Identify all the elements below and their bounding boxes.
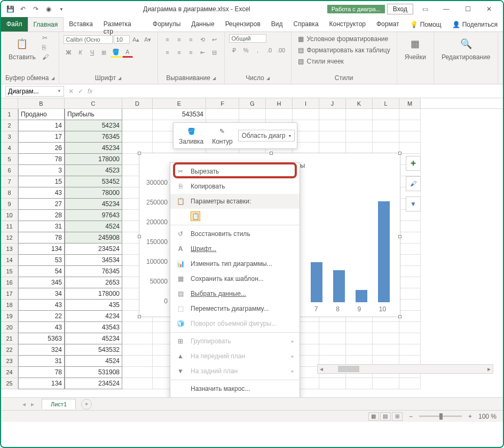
row-header[interactable]: 16	[1, 277, 18, 288]
ctx-change-chart-type[interactable]: 📊Изменить тип диаграммы...	[170, 256, 300, 271]
chart-elements-button[interactable]: ✚	[406, 156, 421, 171]
tab-insert[interactable]: Вставка	[64, 17, 98, 32]
tab-formulas[interactable]: Формулы	[147, 17, 186, 32]
cell[interactable]	[319, 143, 346, 154]
row-header[interactable]: 17	[1, 288, 18, 300]
chart-styles-button[interactable]: 🖌	[406, 176, 421, 191]
ctx-select-data[interactable]: ▤Выбрать данные...	[170, 286, 300, 301]
save-icon[interactable]: 💾	[5, 4, 15, 14]
cell[interactable]: 234524	[65, 378, 122, 389]
cell[interactable]: 53	[18, 255, 65, 266]
bold-button[interactable]: Ж	[64, 47, 74, 58]
cell[interactable]	[399, 288, 421, 300]
chart-filters-button[interactable]: ▼	[406, 197, 421, 211]
cell[interactable]: 78000	[65, 187, 122, 199]
cell[interactable]	[399, 378, 421, 389]
cell[interactable]: 324	[18, 344, 65, 356]
ctx-assign-macro[interactable]: Назначить макрос...	[170, 381, 300, 396]
cell[interactable]: 2653	[65, 277, 122, 288]
cell[interactable]	[293, 109, 319, 120]
cell[interactable]	[399, 277, 421, 288]
cell[interactable]	[399, 266, 421, 277]
tab-home[interactable]: Главная	[28, 17, 64, 32]
page-layout-view-button[interactable]: ▤	[380, 412, 391, 421]
cell[interactable]	[399, 221, 421, 232]
cell[interactable]	[373, 120, 399, 131]
scroll-right-icon[interactable]: ▸	[485, 365, 493, 373]
enter-formula-icon[interactable]: ✓	[78, 88, 83, 95]
redo-icon[interactable]: ↷	[31, 4, 41, 14]
cell[interactable]	[122, 120, 153, 131]
cell[interactable]: 345	[18, 277, 65, 288]
cell[interactable]	[346, 120, 373, 131]
minimize-icon[interactable]: —	[437, 3, 456, 15]
increase-font-icon[interactable]: A▴	[131, 34, 141, 45]
row-header[interactable]: 12	[1, 232, 18, 243]
cell[interactable]	[122, 131, 153, 143]
cell[interactable]: 54	[18, 266, 65, 277]
cell[interactable]	[346, 143, 373, 154]
column-header[interactable]: G	[239, 98, 266, 108]
resize-handle[interactable]	[138, 152, 141, 155]
cell[interactable]: 43	[18, 322, 65, 333]
column-header[interactable]: H	[266, 98, 293, 108]
cell[interactable]	[373, 333, 399, 344]
ctx-reset-style[interactable]: ↺Восстановить стиль	[170, 226, 300, 241]
cell[interactable]: 245908	[65, 232, 122, 243]
row-header[interactable]: 3	[1, 131, 18, 143]
cell[interactable]: 543532	[65, 344, 122, 356]
cell[interactable]: 27	[18, 199, 65, 210]
cell[interactable]	[373, 109, 399, 120]
cell[interactable]	[122, 109, 153, 120]
ctx-move-chart[interactable]: ⬚Переместить диаграмму...	[170, 301, 300, 316]
cell[interactable]: 178000	[65, 154, 122, 165]
row-header[interactable]: 14	[1, 255, 18, 266]
underline-button[interactable]: Ч	[87, 47, 98, 58]
ribbon-options-icon[interactable]: ▭	[415, 3, 435, 15]
cell[interactable]: 134	[18, 243, 65, 255]
resize-handle[interactable]	[398, 152, 401, 155]
column-header[interactable]: I	[293, 98, 319, 108]
cell[interactable]	[399, 210, 421, 221]
sheet-tab[interactable]: Лист1	[42, 399, 76, 409]
cell[interactable]: 4523	[65, 165, 122, 176]
fill-button[interactable]: 🪣Заливка	[176, 125, 207, 146]
font-name-selector[interactable]: Calibri (Осно	[64, 35, 113, 44]
row-header[interactable]: 15	[1, 266, 18, 277]
tab-help[interactable]: Справка	[288, 17, 324, 32]
cell[interactable]	[346, 378, 373, 389]
column-header[interactable]: E	[153, 98, 206, 108]
cell[interactable]: 4524	[65, 221, 122, 232]
cell[interactable]	[346, 333, 373, 344]
qat-dropdown-icon[interactable]: ▼	[57, 4, 66, 14]
undo-icon[interactable]: ↶	[18, 4, 28, 14]
cell[interactable]: 78	[18, 154, 65, 165]
cell[interactable]: 53452	[65, 176, 122, 187]
cell[interactable]	[399, 109, 421, 120]
cell[interactable]	[399, 143, 421, 154]
format-painter-icon[interactable]: 🖌	[42, 53, 49, 61]
login-button[interactable]: Вход	[387, 4, 413, 14]
cell[interactable]	[319, 131, 346, 143]
cell[interactable]: 34534	[65, 255, 122, 266]
row-header[interactable]: 9	[1, 199, 18, 210]
cell[interactable]	[346, 322, 373, 333]
resize-handle[interactable]	[270, 152, 273, 155]
cell[interactable]	[346, 344, 373, 356]
scroll-left-icon[interactable]: ◂	[318, 365, 325, 373]
row-header[interactable]: 19	[1, 311, 18, 322]
cell[interactable]	[373, 322, 399, 333]
cell[interactable]	[373, 143, 399, 154]
cell[interactable]: 14	[18, 120, 65, 131]
zoom-level[interactable]: 100 %	[478, 413, 497, 420]
dialog-launcher-icon[interactable]: ◢	[51, 76, 54, 81]
row-header[interactable]: 25	[1, 378, 18, 389]
cell[interactable]	[319, 333, 346, 344]
cell[interactable]: 435	[65, 300, 122, 311]
cell[interactable]: 34	[18, 288, 65, 300]
row-header[interactable]: 6	[1, 165, 18, 176]
cell[interactable]	[122, 333, 153, 344]
cell[interactable]: 22	[18, 311, 65, 322]
row-header[interactable]: 10	[1, 210, 18, 221]
resize-handle[interactable]	[138, 235, 141, 238]
